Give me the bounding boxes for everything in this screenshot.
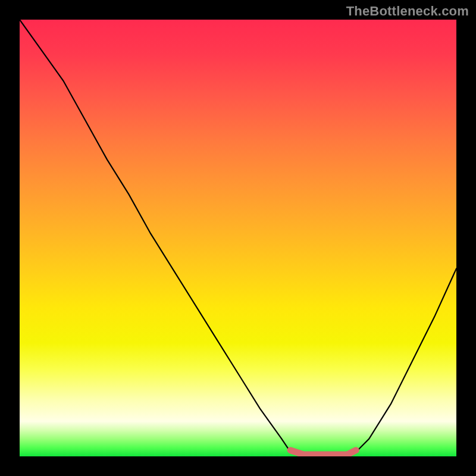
bottleneck-curve [20, 20, 456, 456]
curve-svg [20, 20, 456, 456]
plot-area [20, 20, 456, 456]
watermark-text: TheBottleneck.com [346, 4, 469, 19]
valley-highlight [290, 450, 356, 455]
chart-frame: TheBottleneck.com [0, 0, 476, 476]
